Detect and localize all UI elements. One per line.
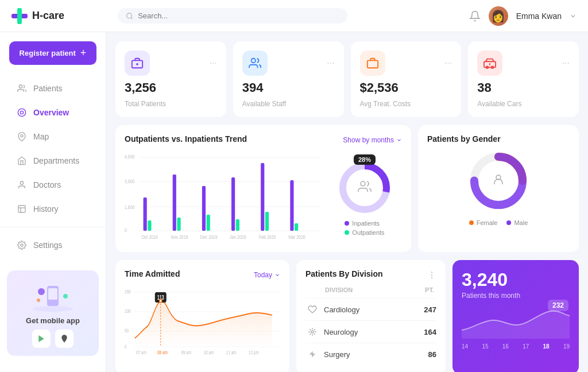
- donut-chart: 28% Inpatients: [327, 152, 402, 243]
- patients-icon: [16, 83, 28, 94]
- time-admitted-header: Time Admitted Today: [125, 269, 280, 281]
- stat-more-icon[interactable]: ···: [562, 58, 570, 68]
- sidebar-item-patients-label: Patients: [33, 84, 63, 93]
- header-right: 👩 Emma Kwan: [469, 6, 577, 26]
- neurology-count: 164: [424, 328, 436, 336]
- svg-rect-15: [48, 288, 57, 300]
- surgery-icon: [305, 347, 319, 361]
- svg-text:50: 50: [125, 328, 129, 334]
- logo: H-care: [11, 8, 118, 24]
- show-by-months[interactable]: Show by months: [343, 136, 402, 144]
- time-admitted-card: Time Admitted Today 150 100 50 0: [115, 260, 289, 372]
- svg-point-4: [19, 85, 22, 88]
- neurology-icon: [305, 325, 319, 339]
- svg-text:Nov 2019: Nov 2019: [171, 234, 188, 240]
- trend-chart-title: Outpatients vs. Inpatients Trend: [125, 134, 247, 144]
- avg-treat-label: Avg Treat. Costs: [360, 100, 452, 108]
- cardiology-icon: [305, 303, 319, 316]
- division-more-icon[interactable]: [427, 270, 436, 280]
- logo-text: H-care: [32, 10, 64, 22]
- store-icons: [15, 330, 91, 348]
- available-cars-label: Available Cars: [477, 100, 570, 108]
- user-name[interactable]: Emma Kwan: [516, 11, 562, 21]
- bell-icon[interactable]: [469, 10, 481, 22]
- svg-text:11 am: 11 am: [226, 350, 237, 355]
- sidebar-item-map[interactable]: Map: [5, 125, 101, 148]
- total-patients-label: Total Patients: [125, 100, 217, 108]
- division-column-headers: DIVISION PT.: [305, 286, 436, 293]
- bottom-row: Time Admitted Today 150 100 50 0: [115, 260, 579, 372]
- sidebar-item-history[interactable]: History: [5, 197, 101, 220]
- sidebar-item-map-label: Map: [33, 132, 49, 141]
- search-input[interactable]: [138, 11, 339, 20]
- legend-inpatients: Inpatients: [345, 220, 384, 227]
- sidebar-item-settings[interactable]: Settings: [5, 234, 101, 257]
- donut-legend: Inpatients Outpatients: [345, 220, 384, 236]
- sidebar-item-doctors[interactable]: Doctors: [5, 173, 101, 196]
- settings-label: Settings: [33, 241, 63, 250]
- cardiology-name: Cardiology: [324, 305, 424, 314]
- logo-icon: [11, 8, 28, 24]
- search-bar[interactable]: [118, 8, 347, 24]
- gender-chart-card: Patients by Gender: [418, 125, 579, 252]
- legend-male: Male: [506, 219, 528, 226]
- stat-more-icon[interactable]: ···: [444, 58, 452, 68]
- legend-female: Female: [469, 219, 498, 226]
- register-patient-label: Register patient: [20, 49, 76, 57]
- svg-point-16: [38, 288, 45, 295]
- total-patients-icon-wrap: [125, 51, 150, 76]
- svg-text:12 pm: 12 pm: [249, 350, 259, 355]
- cardiology-count: 247: [424, 305, 436, 314]
- doctors-icon: [16, 179, 28, 191]
- total-patients-value: 3,256: [125, 80, 217, 95]
- available-staff-value: 394: [242, 80, 335, 95]
- settings-icon: [16, 239, 28, 251]
- svg-rect-40: [202, 186, 206, 231]
- donut-tooltip: 28%: [354, 154, 376, 165]
- gender-legend: Female Male: [469, 219, 528, 226]
- avatar: 👩: [489, 6, 508, 26]
- svg-point-84: [311, 331, 314, 333]
- purple-x-labels: 14 15 16 17 18 19: [462, 343, 570, 350]
- stat-more-icon[interactable]: ···: [327, 58, 334, 68]
- neurology-name: Neurology: [324, 328, 424, 336]
- svg-point-2: [127, 13, 132, 18]
- avg-treat-icon-wrap: [360, 51, 385, 76]
- apple-store-icon[interactable]: [55, 330, 74, 348]
- chevron-down-icon: [570, 13, 577, 20]
- stat-card-total-patients: ··· 3,256 Total Patients: [115, 41, 226, 117]
- sidebar-item-overview[interactable]: Overview: [5, 101, 101, 124]
- division-row-surgery: Surgery 86: [305, 343, 436, 365]
- register-patient-button[interactable]: Register patient +: [9, 41, 96, 65]
- division-row-neurology: Neurology 164: [305, 320, 436, 343]
- svg-text:Jan 2020: Jan 2020: [230, 234, 246, 240]
- map-icon: [16, 131, 28, 142]
- stat-more-icon[interactable]: ···: [209, 58, 216, 68]
- trend-chart-card: Outpatients vs. Inpatients Trend Show by…: [115, 125, 411, 252]
- svg-rect-38: [173, 175, 176, 231]
- svg-text:10 am: 10 am: [204, 350, 214, 355]
- sidebar-item-doctors-label: Doctors: [33, 180, 61, 189]
- svg-text:Feb 2020: Feb 2020: [259, 234, 276, 240]
- svg-text:07 am: 07 am: [136, 350, 146, 355]
- svg-rect-42: [231, 177, 235, 231]
- mobile-app-title: Get mobile app: [15, 316, 91, 325]
- svg-rect-36: [144, 197, 147, 231]
- svg-text:3,000: 3,000: [125, 179, 135, 184]
- svg-rect-43: [236, 219, 239, 231]
- legend-outpatients: Outpatients: [345, 229, 384, 236]
- surgery-count: 86: [428, 350, 436, 359]
- history-icon: [16, 203, 28, 215]
- svg-rect-37: [148, 220, 151, 231]
- sidebar-item-departments[interactable]: Departments: [5, 149, 101, 172]
- svg-text:09 am: 09 am: [181, 350, 191, 355]
- svg-point-5: [18, 108, 25, 116]
- today-selector[interactable]: Today: [254, 271, 280, 279]
- google-play-icon[interactable]: [32, 330, 51, 348]
- sidebar-item-patients[interactable]: Patients: [5, 77, 101, 100]
- sidebar-item-departments-label: Departments: [33, 156, 79, 165]
- svg-point-12: [21, 244, 23, 246]
- mobile-illustration: [15, 278, 91, 313]
- purple-badge: 232: [548, 300, 568, 311]
- division-header: Patients By Division: [305, 269, 436, 281]
